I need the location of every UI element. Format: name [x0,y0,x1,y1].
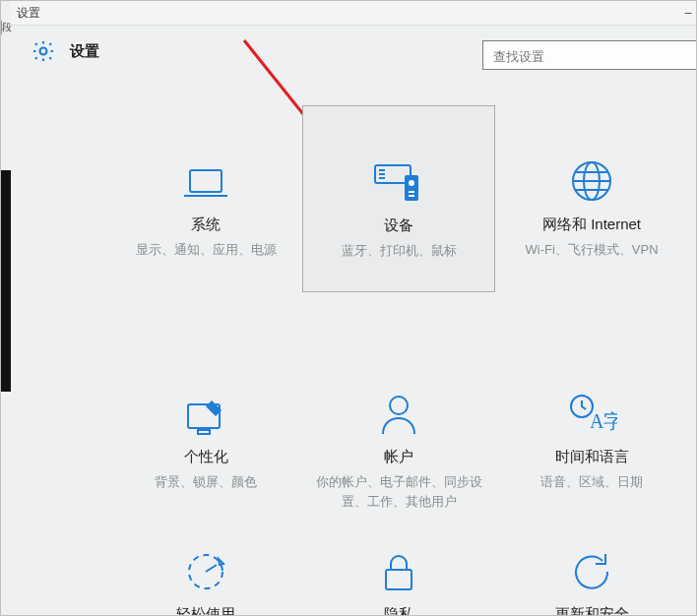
tile-ease-of-access[interactable]: 轻松使用 [109,570,302,616]
window-titlebar: 设置 − [11,1,696,26]
tile-system[interactable]: 系统 显示、通知、应用、电源 [109,105,302,292]
page-title: 设置 [70,42,99,61]
page-header: 设置 [11,25,696,84]
svg-point-16 [390,397,408,414]
svg-rect-15 [198,430,210,434]
tile-subtitle: 语音、区域、日期 [540,472,643,492]
tile-time-language[interactable]: A字 时间和语言 语音、区域、日期 [495,338,688,524]
svg-rect-10 [409,195,414,197]
svg-rect-7 [405,175,418,201]
search-input[interactable] [483,41,697,71]
ease-of-access-icon [184,550,227,593]
tile-subtitle: 显示、通知、应用、电源 [136,240,277,260]
tile-title: 个性化 [184,448,228,466]
gear-icon [31,38,56,68]
svg-rect-9 [409,191,414,193]
window-title: 设置 [17,5,40,22]
globe-icon [569,135,614,204]
tile-title: 时间和语言 [555,448,629,466]
tile-personalization[interactable]: 个性化 背景、锁屏、颜色 [109,338,302,524]
person-icon [379,367,418,436]
tile-subtitle: 背景、锁屏、颜色 [155,472,257,492]
tile-subtitle: 你的帐户、电子邮件、同步设置、工作、其他用户 [315,472,482,511]
update-icon [570,550,613,593]
left-artifact-dark [1,170,11,392]
svg-rect-2 [190,170,222,192]
time-language-icon: A字 [566,367,617,436]
tile-network[interactable]: 网络和 Internet Wi-Fi、飞行模式、VPN [495,105,688,292]
tile-title: 网络和 Internet [542,216,641,234]
laptop-icon [180,135,231,204]
tile-title: 设备 [384,216,413,235]
lock-icon [380,550,417,593]
tile-subtitle: Wi-Fi、飞行模式、VPN [525,240,658,260]
tile-subtitle: 蓝牙、打印机、鼠标 [342,241,457,261]
tile-devices[interactable]: 设备 蓝牙、打印机、鼠标 [302,105,495,292]
tile-title: 帐户 [384,448,413,466]
svg-point-0 [40,48,47,55]
tile-title: 轻松使用 [176,605,235,616]
tile-privacy[interactable]: 隐私 [302,570,495,616]
svg-rect-20 [386,570,412,589]
devices-icon [371,136,426,205]
tile-title: 隐私 [384,605,413,616]
tile-title: 系统 [191,216,221,234]
window-minimize-button[interactable]: − [684,5,692,21]
tile-title: 更新和安全 [555,605,629,616]
search-box[interactable] [482,40,697,70]
tile-accounts[interactable]: 帐户 你的帐户、电子邮件、同步设置、工作、其他用户 [302,338,495,524]
svg-point-8 [409,180,414,186]
personalization-icon [182,367,229,436]
tile-update-security[interactable]: 更新和安全 [495,570,688,616]
svg-text:A字: A字 [590,410,617,432]
